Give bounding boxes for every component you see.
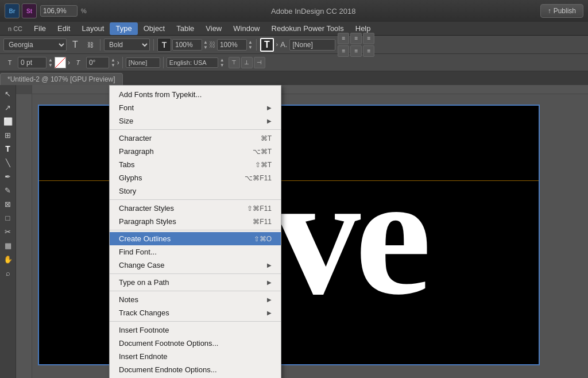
height-input[interactable] [217, 39, 247, 51]
angle-stepper[interactable]: ▲▼ [111, 57, 115, 68]
menu-table[interactable]: Table [171, 22, 200, 35]
scissors-tool[interactable]: ✂ [2, 225, 14, 238]
menu-window[interactable]: Window [227, 22, 265, 35]
align-justify3-btn[interactable]: ≡ [363, 45, 374, 57]
chevron-right3[interactable]: › [117, 59, 119, 67]
menu-type[interactable]: Type [110, 22, 137, 35]
select-tool[interactable]: ↖ [2, 87, 14, 100]
lang-select[interactable]: English: USA [167, 57, 218, 68]
direct-select-tool[interactable]: ↗ [2, 101, 14, 114]
size-label: Size [119, 117, 133, 125]
menu-doc-footnote-opts[interactable]: Document Footnote Options... [110, 337, 281, 350]
menu-change-case[interactable]: Change Case ▶ [110, 259, 281, 272]
menu-object[interactable]: Object [138, 22, 171, 35]
font-icon: T [69, 38, 82, 51]
valign-bot-btn[interactable]: ⊣ [254, 57, 265, 68]
leading-input[interactable] [18, 57, 47, 68]
menu-create-outlines[interactable]: Create Outlines ⇧⌘O [110, 232, 281, 245]
menu-file[interactable]: File [28, 22, 52, 35]
toolbar2-content: T ▲▼ › T ▲▼ › [None] English: USA ▲▼ ⊤ ⊥… [3, 56, 265, 69]
menu-type-on-path[interactable]: Type on a Path ▶ [110, 276, 281, 289]
align-left-btn[interactable]: ≡ [338, 33, 349, 44]
gap-tool[interactable]: ⊞ [2, 129, 14, 141]
glyphs-label: Glyphs [119, 173, 142, 182]
rect-frame-tool[interactable]: ⊠ [2, 198, 14, 210]
pen-tool[interactable]: ✒ [2, 170, 14, 183]
publish-icon: ↑ [548, 7, 551, 15]
gradient-swatch-tool[interactable]: ▦ [2, 239, 14, 252]
rect-tool[interactable]: □ [2, 211, 14, 224]
character-shortcut: ⌘T [261, 134, 272, 142]
line-tool[interactable]: ╲ [2, 156, 14, 169]
menu-character[interactable]: Character ⌘T [110, 132, 281, 145]
menu-redokun[interactable]: Redokun Power Tools [266, 22, 350, 35]
publish-button[interactable]: ↑ Publish [540, 4, 583, 18]
lang-none-label[interactable]: [None] [126, 57, 160, 68]
none-select[interactable]: [None] [289, 39, 335, 51]
font-family-select[interactable]: Georgia [3, 38, 67, 51]
chevron-controls: › [276, 41, 278, 48]
pencil-tool[interactable]: ✎ [2, 184, 14, 196]
insert-footnote-label: Insert Footnote [119, 326, 169, 334]
type-on-path-label: Type on a Path [119, 278, 169, 287]
menu-edit[interactable]: Edit [52, 22, 76, 35]
chevron-right[interactable]: › [276, 41, 278, 48]
insert-endnote-label: Insert Endnote [119, 352, 168, 361]
canvas-area[interactable]: love [16, 94, 588, 378]
a-label: A. [280, 40, 287, 49]
type-tool[interactable]: T [2, 142, 14, 155]
font-style-select[interactable]: Bold [104, 38, 150, 51]
link-icon: ⛓ [84, 38, 96, 51]
stock-icon[interactable]: St [22, 3, 37, 18]
height-stepper[interactable]: ▲▼ [248, 40, 253, 50]
tabs-shortcut: ⇧⌘T [255, 161, 272, 169]
menu-find-font[interactable]: Find Font... [110, 245, 281, 259]
story-label: Story [119, 187, 136, 195]
color-slash[interactable] [55, 57, 66, 68]
type-tool-icon[interactable]: T [260, 38, 274, 52]
width-stepper[interactable]: ▲▼ [203, 40, 208, 50]
menu-size[interactable]: Size ▶ [110, 114, 281, 128]
main-content: ↖ ↗ ⬜ ⊞ T ╲ ✒ ✎ ⊠ □ ✂ ▦ ✋ ⌕ love [0, 85, 588, 378]
align-justify-btn[interactable]: ≡ [338, 45, 349, 57]
page-tool[interactable]: ⬜ [2, 115, 14, 128]
chevron-right2[interactable]: › [68, 59, 70, 67]
angle-input[interactable] [86, 57, 109, 68]
align-right-btn[interactable]: ≡ [363, 33, 374, 44]
bridge-icon[interactable]: Br [5, 3, 20, 18]
change-case-label: Change Case [119, 261, 165, 269]
document-tab[interactable]: *Untitled-2 @ 107% [GPU Preview] [0, 73, 123, 85]
menu-doc-endnote-opts[interactable]: Document Endnote Options... [110, 363, 281, 376]
menu-notes[interactable]: Notes ▶ [110, 293, 281, 306]
menu-indesign[interactable]: n CC [2, 22, 28, 35]
paragraph-styles-label: Paragraph Styles [119, 217, 176, 226]
valign-mid-btn[interactable]: ⊥ [241, 57, 253, 68]
lang-stepper[interactable]: ▲▼ [220, 57, 225, 68]
zoom-tool[interactable]: ⌕ [2, 267, 14, 279]
menu-view[interactable]: View [200, 22, 227, 35]
menu-glyphs[interactable]: Glyphs ⌥⌘F11 [110, 171, 281, 184]
size-fields: T ▲▼ ⛓ ▲▼ [157, 38, 253, 52]
doc-footnote-opts-label: Document Footnote Options... [119, 339, 218, 348]
valign-top-btn[interactable]: ⊤ [229, 57, 240, 68]
menu-insert-footnote[interactable]: Insert Footnote [110, 323, 281, 337]
menu-paragraph[interactable]: Paragraph ⌥⌘T [110, 145, 281, 158]
width-input[interactable] [172, 39, 202, 51]
change-case-arrow: ▶ [267, 262, 272, 268]
sep-6 [110, 321, 281, 322]
menu-story[interactable]: Story [110, 184, 281, 198]
zoom-input[interactable] [40, 5, 78, 17]
menu-character-styles[interactable]: Character Styles ⇧⌘F11 [110, 202, 281, 215]
menu-paragraph-styles[interactable]: Paragraph Styles ⌘F11 [110, 215, 281, 228]
leading-stepper[interactable]: ▲▼ [48, 57, 53, 68]
hand-tool[interactable]: ✋ [2, 253, 14, 265]
menu-layout[interactable]: Layout [76, 22, 110, 35]
align-center-btn[interactable]: ≡ [350, 33, 362, 44]
menu-font[interactable]: Font ▶ [110, 101, 281, 114]
menu-add-fonts[interactable]: Add Fonts from Typekit... [110, 88, 281, 101]
align-justify2-btn[interactable]: ≡ [350, 45, 362, 57]
type-dropdown-menu: Add Fonts from Typekit... Font ▶ Size ▶ … [109, 85, 281, 378]
menu-track-changes[interactable]: Track Changes ▶ [110, 306, 281, 319]
menu-tabs[interactable]: Tabs ⇧⌘T [110, 158, 281, 171]
menu-insert-endnote[interactable]: Insert Endnote [110, 350, 281, 363]
